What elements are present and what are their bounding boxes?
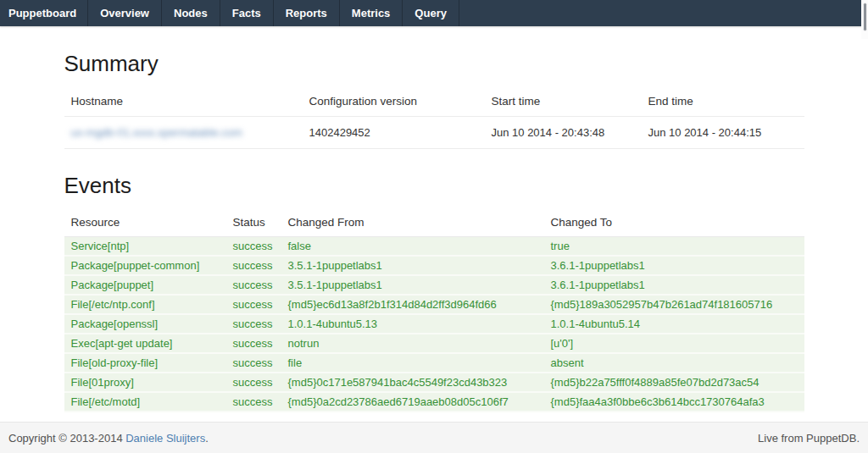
status-cell: success [226, 275, 281, 295]
main-content: Summary Hostname Configuration version S… [0, 26, 868, 422]
nav-item-metrics[interactable]: Metrics [340, 0, 403, 26]
events-col-resource: Resource [64, 209, 226, 237]
events-col-status: Status [226, 209, 281, 237]
table-row: Service[ntp] success false true [64, 237, 804, 257]
resource-cell: File[old-proxy-file] [64, 353, 226, 373]
changed-from-cell: 3.5.1-1puppetlabs1 [281, 256, 544, 275]
resource-cell: Package[puppet-common] [64, 256, 226, 275]
changed-to-cell: 3.6.1-1puppetlabs1 [544, 275, 804, 295]
nav-item-overview[interactable]: Overview [88, 0, 162, 26]
summary-col-end-time: End time [642, 87, 804, 117]
status-cell: success [226, 392, 281, 412]
resource-cell: Package[puppet] [64, 275, 226, 295]
copyright-suffix: . [205, 432, 209, 445]
status-cell: success [226, 237, 281, 257]
events-title: Events [64, 173, 804, 199]
end-time-cell: Jun 10 2014 - 20:44:15 [642, 117, 804, 149]
status-cell: success [226, 334, 281, 353]
summary-col-hostname: Hostname [64, 87, 303, 117]
changed-from-cell: 1.0.1-4ubuntu5.13 [281, 314, 544, 334]
start-time-cell: Jun 10 2014 - 20:43:48 [485, 117, 642, 149]
table-row: File[/etc/ntp.conf] success {md5}ec6d13a… [64, 295, 804, 314]
resource-cell: Package[openssl] [64, 314, 226, 334]
top-navbar: Puppetboard Overview Nodes Facts Reports… [0, 0, 868, 26]
author-link[interactable]: Daniele Sluijters [125, 432, 205, 445]
events-table: Resource Status Changed From Changed To … [64, 209, 804, 412]
events-col-changed-from: Changed From [281, 209, 544, 237]
changed-from-cell: {md5}ec6d13a8f2b1f314d84d2ff3d964fd66 [281, 295, 544, 314]
hostname-link-redacted[interactable]: ux-mgdb-01.xxxx.xpermatable.com [71, 126, 242, 139]
changed-from-cell: {md5}0c171e587941bac4c5549f23cd43b323 [281, 373, 544, 392]
summary-row: ux-mgdb-01.xxxx.xpermatable.com 14024294… [64, 117, 804, 149]
hostname-cell: ux-mgdb-01.xxxx.xpermatable.com [64, 117, 303, 149]
copyright-prefix: Copyright © 2013-2014 [8, 432, 125, 445]
summary-col-config-version: Configuration version [303, 87, 485, 117]
status-cell: success [226, 373, 281, 392]
nav-item-query[interactable]: Query [403, 0, 459, 26]
changed-to-cell: 3.6.1-1puppetlabs1 [544, 256, 804, 275]
table-row: Package[puppet] success 3.5.1-1puppetlab… [64, 275, 804, 295]
changed-to-cell: [u'0'] [544, 334, 804, 353]
resource-cell: File[/etc/ntp.conf] [64, 295, 226, 314]
changed-from-cell: file [281, 353, 544, 373]
events-col-changed-to: Changed To [544, 209, 804, 237]
table-row: Package[puppet-common] success 3.5.1-1pu… [64, 256, 804, 275]
changed-from-cell: 3.5.1-1puppetlabs1 [281, 275, 544, 295]
changed-to-cell: 1.0.1-4ubuntu5.14 [544, 314, 804, 334]
changed-to-cell: {md5}189a3052957b47b261ad74f181605716 [544, 295, 804, 314]
footer: Copyright © 2013-2014 Daniele Sluijters.… [0, 422, 868, 453]
table-row: File[/etc/motd] success {md5}0a2cd23786a… [64, 392, 804, 412]
changed-from-cell: {md5}0a2cd23786aed6719aaeb08d05c106f7 [281, 392, 544, 412]
nav-item-facts[interactable]: Facts [220, 0, 274, 26]
summary-table: Hostname Configuration version Start tim… [64, 87, 804, 149]
changed-from-cell: false [281, 237, 544, 257]
changed-from-cell: notrun [281, 334, 544, 353]
table-row: Package[openssl] success 1.0.1-4ubuntu5.… [64, 314, 804, 334]
resource-cell: File[01proxy] [64, 373, 226, 392]
changed-to-cell: {md5}faa4a3f0bbe6c3b614bcc1730764afa3 [544, 392, 804, 412]
table-row: File[01proxy] success {md5}0c171e587941b… [64, 373, 804, 392]
puppetdb-status-text: Live from PuppetDB. [758, 432, 860, 445]
table-row: File[old-proxy-file] success file absent [64, 353, 804, 373]
copyright-text: Copyright © 2013-2014 Daniele Sluijters. [8, 432, 209, 445]
nav-item-nodes[interactable]: Nodes [162, 0, 220, 26]
scrollbar-thumb[interactable] [863, 3, 867, 31]
nav-item-reports[interactable]: Reports [274, 0, 340, 26]
status-cell: success [226, 353, 281, 373]
changed-to-cell: absent [544, 353, 804, 373]
brand-puppetboard[interactable]: Puppetboard [0, 0, 88, 26]
page: Puppetboard Overview Nodes Facts Reports… [0, 0, 868, 453]
resource-cell: Service[ntp] [64, 237, 226, 257]
table-row: Exec[apt-get update] success notrun [u'0… [64, 334, 804, 353]
summary-col-start-time: Start time [485, 87, 642, 117]
resource-cell: File[/etc/motd] [64, 392, 226, 412]
changed-to-cell: true [544, 237, 804, 257]
status-cell: success [226, 314, 281, 334]
changed-to-cell: {md5}b22a75fff0f4889a85fe07bd2d73ac54 [544, 373, 804, 392]
config-version-cell: 1402429452 [303, 117, 485, 149]
summary-title: Summary [64, 51, 804, 77]
summary-header-row: Hostname Configuration version Start tim… [64, 87, 804, 117]
resource-cell: Exec[apt-get update] [64, 334, 226, 353]
status-cell: success [226, 256, 281, 275]
events-header-row: Resource Status Changed From Changed To [64, 209, 804, 237]
status-cell: success [226, 295, 281, 314]
